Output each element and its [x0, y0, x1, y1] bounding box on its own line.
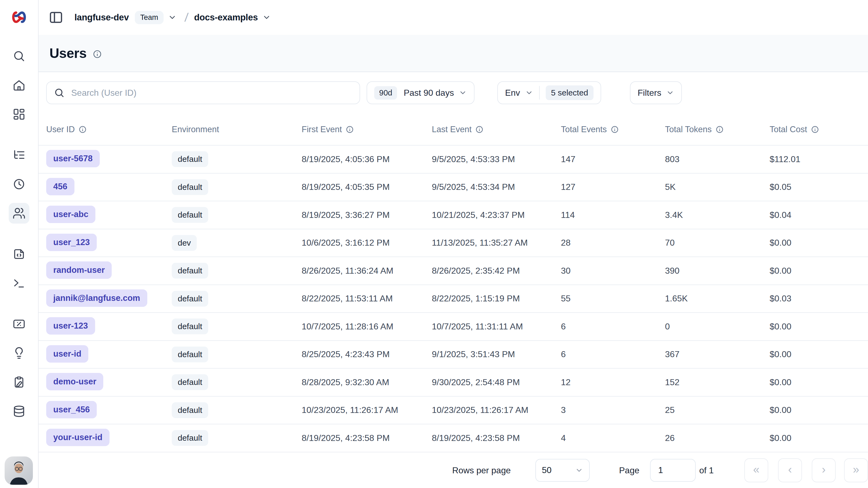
sidebar-item-insights[interactable]	[10, 344, 28, 362]
environment-filter-button[interactable]: Env 5 selected	[497, 81, 601, 104]
user-id-link[interactable]: random-user	[46, 261, 112, 279]
search-input[interactable]	[71, 88, 352, 98]
table-row[interactable]: random-userdefault8/26/2025, 11:36:24 AM…	[38, 257, 868, 285]
info-icon[interactable]	[93, 50, 102, 59]
environment-badge: default	[172, 151, 208, 167]
user-id-link[interactable]: user-id	[46, 345, 88, 363]
last-event-cell: 8/22/2025, 1:15:19 PM	[432, 293, 520, 303]
users-icon	[12, 207, 26, 220]
environment-badge: default	[172, 347, 208, 362]
total-events-cell: 4	[561, 433, 566, 443]
org-badge: Team	[135, 11, 164, 24]
topbar: langfuse-dev Team / docs-examples	[38, 0, 868, 35]
search-icon	[12, 50, 26, 63]
table-row[interactable]: your-user-iddefault8/19/2025, 4:23:58 PM…	[38, 424, 868, 452]
environment-badge: default	[172, 430, 208, 446]
environment-badge: default	[172, 291, 208, 307]
user-id-link[interactable]: 456	[46, 178, 74, 195]
langfuse-logo[interactable]	[0, 0, 38, 35]
timerange-button[interactable]: 90d Past 90 days	[367, 81, 474, 104]
column-header-first-event[interactable]: First Event	[302, 124, 432, 134]
first-event-cell: 8/19/2025, 4:05:35 PM	[302, 182, 390, 192]
user-id-link[interactable]: user_456	[46, 401, 97, 419]
chevron-down-icon	[575, 466, 583, 475]
total-events-cell: 6	[561, 349, 566, 359]
total-tokens-cell: 25	[665, 405, 675, 415]
total-events-cell: 127	[561, 182, 575, 192]
sidebar-item-home[interactable]	[10, 77, 28, 94]
user-id-link[interactable]: user-abc	[46, 206, 95, 223]
column-header-total-events[interactable]: Total Events	[561, 124, 665, 134]
table-row[interactable]: 456default8/19/2025, 4:05:35 PM9/5/2025,…	[38, 173, 868, 201]
last-page-button[interactable]: »	[844, 458, 868, 482]
table-row[interactable]: user-iddefault8/25/2025, 4:23:43 PM9/1/2…	[38, 340, 868, 368]
column-label: First Event	[302, 124, 342, 134]
first-event-cell: 10/23/2025, 11:26:17 AM	[302, 405, 398, 415]
toolbar: 90d Past 90 days Env 5 selected Filters	[38, 81, 868, 104]
sidebar-item-users[interactable]	[9, 203, 29, 224]
column-header-total-tokens[interactable]: Total Tokens	[665, 124, 770, 134]
page-title: Users	[50, 46, 87, 61]
first-event-cell: 8/19/2025, 3:36:27 PM	[302, 210, 390, 220]
total-cost-cell: $0.00	[770, 433, 792, 443]
table-row[interactable]: demo-userdefault8/28/2025, 9:32:30 AM9/3…	[38, 368, 868, 396]
total-cost-cell: $0.00	[770, 266, 792, 276]
column-header-user-id[interactable]: User ID	[46, 124, 172, 134]
app-window: langfuse-dev Team / docs-examples Users	[0, 0, 868, 488]
user-id-link[interactable]: user_123	[46, 234, 97, 251]
sidebar-item-dashboards[interactable]	[10, 106, 28, 123]
table-row[interactable]: user-123default10/7/2025, 11:28:16 AM10/…	[38, 312, 868, 340]
environment-badge: default	[172, 319, 208, 334]
sidebar-item-tracing[interactable]	[10, 146, 28, 164]
column-header-last-event[interactable]: Last Event	[432, 124, 561, 134]
sidebar-item-playground[interactable]	[10, 275, 28, 292]
column-header-total-cost[interactable]: Total Cost	[770, 124, 868, 134]
avatar-photo	[5, 456, 33, 485]
table-row[interactable]: user_456default10/23/2025, 11:26:17 AM10…	[38, 396, 868, 424]
panel-left-icon	[49, 10, 63, 25]
user-id-link[interactable]: user-5678	[46, 150, 100, 167]
total-events-cell: 55	[561, 293, 571, 303]
table-row[interactable]: user-5678default8/19/2025, 4:05:36 PM9/5…	[38, 145, 868, 173]
info-icon	[716, 125, 724, 134]
column-header-environment[interactable]: Environment	[172, 124, 302, 134]
total-cost-cell: $0.00	[770, 321, 792, 331]
table-row[interactable]: user-abcdefault8/19/2025, 3:36:27 PM10/2…	[38, 201, 868, 229]
org-selector[interactable]: langfuse-dev Team	[74, 11, 177, 24]
sidebar-item-sessions[interactable]	[10, 175, 28, 193]
table-row[interactable]: user_123dev10/6/2025, 3:16:12 PM11/13/20…	[38, 229, 868, 257]
sidebar-item-prompts[interactable]	[10, 246, 28, 263]
user-id-link[interactable]: your-user-id	[46, 429, 110, 446]
search-box	[46, 81, 360, 104]
sidebar-toggle-button[interactable]	[49, 10, 64, 25]
chevron-down-icon	[168, 13, 177, 22]
total-tokens-cell: 803	[665, 154, 679, 164]
org-name: langfuse-dev	[74, 12, 129, 23]
first-event-cell: 8/25/2025, 4:23:43 PM	[302, 349, 390, 359]
info-icon	[346, 125, 354, 134]
list-tree-icon	[12, 148, 26, 162]
sidebar-item-evaluation[interactable]	[10, 315, 28, 333]
filters-button[interactable]: Filters	[630, 81, 682, 104]
next-page-button[interactable]: ›	[812, 458, 836, 482]
user-avatar[interactable]	[5, 456, 33, 485]
chevron-down-icon	[525, 89, 533, 97]
file-code-icon	[12, 248, 26, 261]
first-page-button[interactable]: «	[744, 458, 768, 482]
chevron-down-icon	[459, 89, 467, 97]
sidebar-item-datasets[interactable]	[10, 403, 28, 420]
first-event-cell: 8/22/2025, 11:53:11 AM	[302, 293, 393, 303]
page-number-input[interactable]	[650, 459, 696, 482]
table-row[interactable]: jannik@langfuse.comdefault8/22/2025, 11:…	[38, 285, 868, 313]
last-event-cell: 8/19/2025, 4:23:58 PM	[432, 433, 520, 443]
sidebar-item-search[interactable]	[10, 47, 28, 65]
dashboard-grid-icon	[12, 108, 26, 121]
previous-page-button[interactable]: ‹	[778, 458, 802, 482]
sidebar-item-annotation[interactable]	[10, 373, 28, 391]
total-events-cell: 30	[561, 266, 571, 276]
user-id-link[interactable]: jannik@langfuse.com	[46, 289, 147, 307]
rows-per-page-select[interactable]: 50	[535, 459, 590, 482]
user-id-link[interactable]: demo-user	[46, 373, 103, 390]
project-selector[interactable]: docs-examples	[194, 12, 271, 23]
user-id-link[interactable]: user-123	[46, 317, 95, 335]
